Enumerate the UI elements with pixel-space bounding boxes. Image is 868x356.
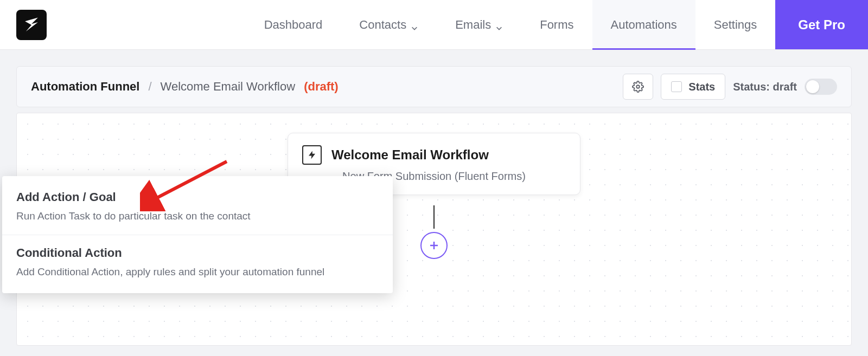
popover-item-desc: Run Action Task to do particular task on… bbox=[16, 209, 379, 224]
status-toggle[interactable] bbox=[805, 79, 837, 95]
top-nav: Dashboard Contacts Emails Forms Automati… bbox=[0, 0, 868, 50]
bolt-icon bbox=[302, 145, 322, 165]
settings-button[interactable] bbox=[623, 74, 653, 100]
nav-forms[interactable]: Forms bbox=[521, 0, 592, 49]
nav-emails[interactable]: Emails bbox=[437, 0, 521, 49]
nav-label: Emails bbox=[455, 18, 491, 32]
subheader: Automation Funnel / Welcome Email Workfl… bbox=[16, 66, 852, 107]
gear-icon bbox=[632, 81, 644, 93]
draft-tag: (draft) bbox=[304, 80, 339, 94]
edge-line bbox=[433, 205, 435, 235]
popover-item-conditional[interactable]: Conditional Action Add Conditional Actio… bbox=[2, 235, 393, 290]
breadcrumb: Automation Funnel / Welcome Email Workfl… bbox=[31, 80, 339, 94]
nav-contacts[interactable]: Contacts bbox=[341, 0, 437, 49]
get-pro-label: Get Pro bbox=[798, 17, 845, 33]
app-logo bbox=[16, 10, 47, 40]
nav-settings[interactable]: Settings bbox=[695, 0, 776, 49]
popover-item-title: Conditional Action bbox=[16, 246, 379, 260]
svg-point-0 bbox=[637, 85, 640, 88]
stats-checkbox[interactable] bbox=[671, 81, 682, 92]
popover-item-title: Add Action / Goal bbox=[16, 190, 379, 204]
stats-label: Stats bbox=[688, 81, 715, 93]
subheader-actions: Stats Status: draft bbox=[623, 74, 837, 100]
nav-label: Forms bbox=[540, 18, 573, 32]
chevron-down-icon bbox=[411, 21, 418, 29]
popover-item-desc: Add Conditional Action, apply rules and … bbox=[16, 264, 379, 280]
popover-item-add-action[interactable]: Add Action / Goal Run Action Task to do … bbox=[2, 179, 393, 235]
nav-label: Dashboard bbox=[264, 18, 323, 32]
nav-items: Dashboard Contacts Emails Forms Automati… bbox=[246, 0, 868, 49]
nav-automations[interactable]: Automations bbox=[592, 0, 695, 49]
nav-label: Automations bbox=[611, 18, 677, 32]
chevron-down-icon bbox=[495, 21, 503, 29]
breadcrumb-root[interactable]: Automation Funnel bbox=[31, 80, 139, 94]
add-step-popover: Add Action / Goal Run Action Task to do … bbox=[2, 176, 393, 293]
trigger-title: Welcome Email Workflow bbox=[331, 147, 489, 163]
nav-label: Contacts bbox=[359, 18, 406, 32]
nav-dashboard[interactable]: Dashboard bbox=[246, 0, 341, 49]
nav-label: Settings bbox=[714, 18, 757, 32]
status-label: Status: draft bbox=[733, 81, 797, 93]
add-step-button[interactable] bbox=[420, 232, 448, 259]
breadcrumb-separator: / bbox=[148, 80, 151, 94]
breadcrumb-current: Welcome Email Workflow bbox=[161, 80, 296, 94]
get-pro-button[interactable]: Get Pro bbox=[775, 0, 868, 49]
stats-button[interactable]: Stats bbox=[661, 74, 725, 100]
plus-icon bbox=[427, 239, 441, 252]
